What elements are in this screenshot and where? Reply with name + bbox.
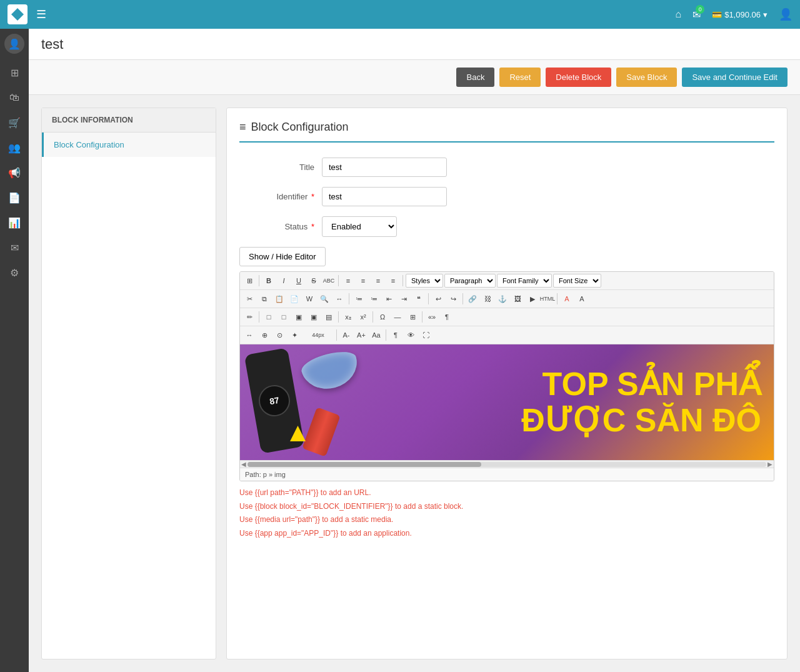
editor-scrollbar[interactable]: ◀ ▶ [240,460,774,468]
toolbar-forecolor[interactable]: A [560,292,574,306]
styles-select[interactable]: Styles [406,274,443,288]
toolbar-style-extra[interactable]: Aa [369,328,383,342]
app-hint: Use {{app app_id="APP_ID"}} to add an ap… [239,527,774,541]
toolbar-sup[interactable]: x² [356,310,370,324]
back-button[interactable]: Back [456,68,494,87]
sidebar-item-reports[interactable]: 📊 [3,211,26,234]
toolbar-row-2: ✂ ⧉ 📋 📄 W 🔍 ↔ ≔ ≔ ⇤ ⇥ ❝ ↩ [240,290,774,308]
toolbar-extra4[interactable]: ✦ [288,328,301,342]
toolbar-html[interactable]: HTML [541,292,554,306]
toolbar-image[interactable]: 🖼 [511,292,524,306]
toolbar-hr[interactable]: — [391,310,404,324]
identifier-input[interactable] [322,187,447,206]
toolbar-size-input[interactable]: 44px [302,328,334,342]
toolbar-underline[interactable]: U [292,274,306,288]
toolbar-undo[interactable]: ↩ [431,292,445,306]
toolbar-italic[interactable]: I [277,274,291,288]
font-size-select[interactable]: Font Size [553,274,601,288]
sidebar-item-block-configuration[interactable]: Block Configuration [42,133,216,157]
toolbar-link[interactable]: 🔗 [466,292,479,306]
mail-icon[interactable]: ✉ 0 [692,9,701,21]
toolbar-redo[interactable]: ↪ [446,292,460,306]
red-can-decoration [302,407,341,456]
toolbar-row-4: ↔ ⊕ ⊙ ✦ 44px A- A+ Aa ¶ 👁 ⛶ [240,326,774,344]
toolbar-row-3: ✏ □ □ ▣ ▣ ▤ x₂ x² Ω — ⊞ [240,308,774,326]
toolbar-table2[interactable]: ⊞ [406,310,419,324]
sidebar-item-sales[interactable]: 🛍 [3,86,26,109]
toolbar-align-left[interactable]: ≡ [341,274,355,288]
toolbar-extra2[interactable]: ⊕ [258,328,271,342]
toolbar-b2[interactable]: □ [277,310,291,324]
toolbar-indent[interactable]: ⇥ [397,292,411,306]
toolbar-cut[interactable]: ✂ [242,292,256,306]
toolbar-sep-3 [402,275,403,286]
toolbar-b4[interactable]: ▣ [307,310,321,324]
editor-image: 87 TOP SẢN PHẨ Đ [240,344,774,460]
toolbar-char[interactable]: Ω [376,310,389,324]
sidebar-item-marketing[interactable]: 📢 [3,161,26,184]
save-continue-button[interactable]: Save and Continue Edit [682,68,788,87]
toolbar-blockquote[interactable]: ❝ [412,292,426,306]
sidebar-item-content[interactable]: 📄 [3,186,26,209]
sidebar-item-mail[interactable]: ✉ [3,236,26,259]
sidebar-item-settings[interactable]: ⚙ [3,261,26,284]
save-block-button[interactable]: Save Block [616,68,677,87]
sidebar-item-customers[interactable]: 👥 [3,136,26,159]
editor-content-area[interactable]: 87 TOP SẢN PHẨ Đ [240,344,774,460]
toolbar-b3[interactable]: ▣ [292,310,306,324]
toolbar-mark[interactable]: ¶ [389,328,402,342]
scroll-left-arrow[interactable]: ◀ [241,461,246,468]
title-input[interactable] [322,158,447,177]
sidebar-item-products[interactable]: 🛒 [3,111,26,134]
section-title: Block Configuration [251,121,349,134]
toolbar-abbr[interactable]: ABC [322,274,336,288]
font-family-select[interactable]: Font Family [497,274,552,288]
toolbar-align-justify[interactable]: ≡ [386,274,400,288]
credit-display[interactable]: 💳 $1,090.06 ▾ [712,10,768,19]
toolbar-row-1: ⊞ B I U S ABC ≡ ≡ ≡ ≡ Styl [240,272,774,290]
toolbar-b5[interactable]: ▤ [322,310,336,324]
toolbar-extra1[interactable]: ↔ [242,328,256,342]
delete-block-button[interactable]: Delete Block [546,68,611,87]
toolbar-table-icon[interactable]: ⊞ [242,274,256,288]
toolbar-paste[interactable]: 📋 [272,292,286,306]
toolbar-extra3[interactable]: ⊙ [272,328,286,342]
home-icon[interactable]: ⌂ [675,9,681,20]
toolbar-sub[interactable]: x₂ [341,310,355,324]
status-select[interactable]: Enabled Disabled [322,216,397,237]
reset-button[interactable]: Reset [499,68,541,87]
toolbar-ol[interactable]: ≔ [367,292,381,306]
toolbar-strikethrough[interactable]: S [307,274,321,288]
toolbar-bold[interactable]: B [262,274,276,288]
toolbar-backcolor[interactable]: A [575,292,589,306]
sunglasses-decoration [299,347,362,394]
top-nav-left: ☰ [8,4,46,24]
toolbar-text-size-down[interactable]: A- [339,328,353,342]
toolbar-code[interactable]: «» [425,310,439,324]
scroll-right-arrow[interactable]: ▶ [768,461,772,468]
toolbar-copy[interactable]: ⧉ [258,292,271,306]
toolbar-paste-text[interactable]: 📄 [288,292,301,306]
toolbar-text-size-up[interactable]: A+ [354,328,368,342]
hamburger-menu-icon[interactable]: ☰ [36,8,46,21]
toolbar-ul[interactable]: ≔ [352,292,366,306]
toolbar-preview[interactable]: 👁 [404,328,418,342]
toolbar-media[interactable]: ▶ [526,292,539,306]
toolbar-para[interactable]: ¶ [440,310,454,324]
toolbar-align-center[interactable]: ≡ [356,274,370,288]
toolbar-align-right[interactable]: ≡ [371,274,385,288]
toolbar-edit[interactable]: ✏ [242,310,256,324]
toolbar-replace[interactable]: ↔ [332,292,346,306]
toolbar-outdent[interactable]: ⇤ [382,292,396,306]
toolbar-b1[interactable]: □ [262,310,276,324]
user-menu-icon[interactable]: 👤 [779,8,792,21]
paragraph-select[interactable]: Paragraph [444,274,496,288]
scrollbar-track[interactable] [248,462,766,467]
toolbar-anchor[interactable]: ⚓ [496,292,509,306]
toolbar-paste-word[interactable]: W [302,292,316,306]
sidebar-item-dashboard[interactable]: ⊞ [3,61,26,84]
show-hide-editor-button[interactable]: Show / Hide Editor [239,247,326,266]
toolbar-find[interactable]: 🔍 [318,292,331,306]
toolbar-fullscreen[interactable]: ⛶ [419,328,432,342]
toolbar-unlink[interactable]: ⛓ [481,292,494,306]
